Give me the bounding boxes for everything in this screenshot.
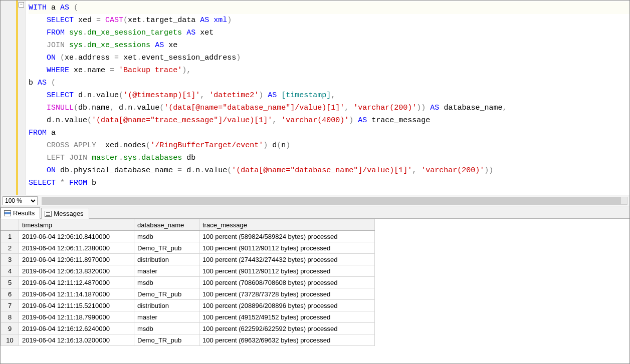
tab-messages[interactable]: Messages (41, 208, 89, 219)
cell[interactable]: master (134, 311, 199, 323)
table-row[interactable]: 22019-06-04 12:06:11.2380000Demo_TR_pub1… (1, 242, 375, 254)
code-line[interactable]: b AS ( (29, 77, 629, 89)
code-line[interactable]: WITH a AS ( (29, 2, 629, 14)
cell[interactable]: 2019-06-04 12:11:18.7990000 (19, 311, 134, 323)
editor-gutter: − (1, 1, 26, 195)
cell[interactable]: 2019-06-04 12:11:15.5210000 (19, 300, 134, 311)
cell[interactable]: 2019-06-04 12:06:11.2380000 (19, 242, 134, 254)
cell[interactable]: 100 percent (73728/73728 bytes) processe… (199, 288, 375, 300)
code-line[interactable]: SELECT d.n.value('(@timestamp)[1]', 'dat… (29, 89, 629, 102)
cell[interactable]: 2019-06-04 12:06:11.8970000 (19, 254, 134, 265)
code-line[interactable]: FROM a (29, 127, 629, 139)
cell[interactable]: 100 percent (90112/90112 bytes) processe… (199, 242, 375, 254)
cell[interactable]: 100 percent (274432/274432 bytes) proces… (199, 254, 375, 265)
cell[interactable]: 2019-06-04 12:11:14.1870000 (19, 288, 134, 300)
code-line[interactable]: JOIN sys.dm_xe_sessions AS xe (29, 39, 629, 52)
table-row[interactable]: 42019-06-04 12:06:13.8320000master100 pe… (1, 265, 375, 277)
code-line[interactable]: WHERE xe.name = 'Backup trace'), (29, 64, 629, 77)
tab-label: Results (13, 209, 35, 217)
tab-results[interactable]: Results (1, 207, 40, 219)
row-number[interactable]: 1 (1, 231, 19, 242)
cell[interactable]: Demo_TR_pub (134, 334, 199, 346)
results-tabs: Results Messages (1, 206, 629, 219)
change-indicator (16, 1, 18, 195)
grid-icon (4, 210, 11, 216)
row-number[interactable]: 7 (1, 300, 19, 311)
cell[interactable]: 2019-06-04 12:06:10.8410000 (19, 231, 134, 242)
scrollbar-thumb[interactable] (42, 197, 621, 204)
row-number[interactable]: 5 (1, 277, 19, 288)
table-row[interactable]: 82019-06-04 12:11:18.7990000master100 pe… (1, 311, 375, 323)
fold-toggle-icon[interactable]: − (19, 2, 24, 8)
cell[interactable]: 2019-06-04 12:11:12.4870000 (19, 277, 134, 288)
column-header-timestamp[interactable]: timestamp (19, 219, 134, 231)
document-icon (45, 211, 52, 217)
cell[interactable]: msdb (134, 323, 199, 334)
row-number[interactable]: 10 (1, 334, 19, 346)
code-line[interactable]: SELECT * FROM b (29, 177, 629, 189)
code-line[interactable]: FROM sys.dm_xe_session_targets AS xet (29, 27, 629, 39)
results-grid[interactable]: timestamp database_name trace_message 12… (1, 219, 629, 363)
code-line[interactable]: SELECT xed = CAST(xet.target_data AS xml… (29, 14, 629, 27)
cell[interactable]: 100 percent (69632/69632 bytes) processe… (199, 334, 375, 346)
row-number[interactable]: 3 (1, 254, 19, 265)
cell[interactable]: 100 percent (90112/90112 bytes) processe… (199, 265, 375, 277)
column-header-trace[interactable]: trace_message (199, 219, 375, 231)
table-row[interactable]: 62019-06-04 12:11:14.1870000Demo_TR_pub1… (1, 288, 375, 300)
zoom-select[interactable]: 100 % (3, 196, 38, 205)
code-line[interactable]: CROSS APPLY xed.nodes('/RingBufferTarget… (29, 139, 629, 152)
editor-status-bar: 100 % (1, 195, 629, 206)
code-content[interactable]: WITH a AS ( SELECT xed = CAST(xet.target… (26, 1, 629, 195)
row-number[interactable]: 6 (1, 288, 19, 300)
row-number[interactable]: 4 (1, 265, 19, 277)
cell[interactable]: msdb (134, 277, 199, 288)
header-row: timestamp database_name trace_message (1, 219, 375, 231)
tab-label: Messages (54, 210, 83, 217)
corner-cell[interactable] (1, 219, 19, 231)
cell[interactable]: master (134, 265, 199, 277)
cell[interactable]: 100 percent (622592/622592 bytes) proces… (199, 323, 375, 334)
cell[interactable]: distribution (134, 254, 199, 265)
table-row[interactable]: 102019-06-04 12:16:13.0200000Demo_TR_pub… (1, 334, 375, 346)
table-row[interactable]: 32019-06-04 12:06:11.8970000distribution… (1, 254, 375, 265)
cell[interactable]: 2019-06-04 12:16:13.0200000 (19, 334, 134, 346)
horizontal-scrollbar[interactable] (42, 197, 627, 205)
table-row[interactable]: 92019-06-04 12:16:12.6240000msdb100 perc… (1, 323, 375, 334)
cell[interactable]: 100 percent (208896/208896 bytes) proces… (199, 300, 375, 311)
table-row[interactable]: 12019-06-04 12:06:10.8410000msdb100 perc… (1, 231, 375, 242)
cell[interactable]: 100 percent (589824/589824 bytes) proces… (199, 231, 375, 242)
code-line[interactable]: ON (xe.address = xet.event_session_addre… (29, 52, 629, 64)
row-number[interactable]: 2 (1, 242, 19, 254)
cell[interactable]: Demo_TR_pub (134, 288, 199, 300)
cell[interactable]: Demo_TR_pub (134, 242, 199, 254)
code-line[interactable]: ON db.physical_database_name = d.n.value… (29, 164, 629, 177)
cell[interactable]: distribution (134, 300, 199, 311)
table-row[interactable]: 52019-06-04 12:11:12.4870000msdb100 perc… (1, 277, 375, 288)
row-number[interactable]: 8 (1, 311, 19, 323)
row-number[interactable]: 9 (1, 323, 19, 334)
cell[interactable]: 100 percent (49152/49152 bytes) processe… (199, 311, 375, 323)
code-line[interactable]: d.n.value('(data[@name="trace_message"]/… (29, 114, 629, 127)
cell[interactable]: msdb (134, 231, 199, 242)
column-header-database[interactable]: database_name (134, 219, 199, 231)
sql-editor[interactable]: − WITH a AS ( SELECT xed = CAST(xet.targ… (1, 1, 629, 195)
table-row[interactable]: 72019-06-04 12:11:15.5210000distribution… (1, 300, 375, 311)
cell[interactable]: 2019-06-04 12:06:13.8320000 (19, 265, 134, 277)
cell[interactable]: 2019-06-04 12:16:12.6240000 (19, 323, 134, 334)
code-line[interactable]: ISNULL(db.name, d.n.value('(data[@name="… (29, 102, 629, 114)
cell[interactable]: 100 percent (708608/708608 bytes) proces… (199, 277, 375, 288)
code-line[interactable]: LEFT JOIN master.sys.databases db (29, 152, 629, 164)
